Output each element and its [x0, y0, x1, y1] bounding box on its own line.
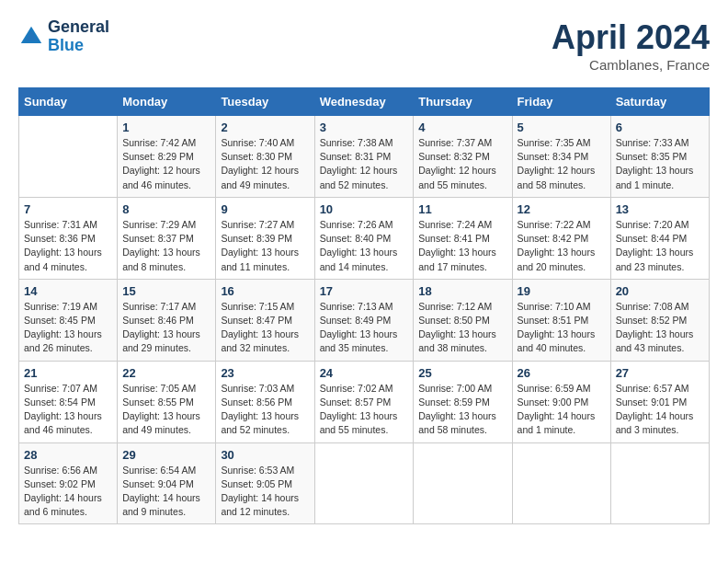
day-number: 16: [221, 284, 309, 298]
weekday-header-cell: Thursday: [414, 88, 512, 116]
day-info: Sunrise: 7:22 AM Sunset: 8:42 PM Dayligh…: [518, 218, 606, 274]
calendar-day-cell: 26Sunrise: 6:59 AM Sunset: 9:00 PM Dayli…: [512, 361, 610, 442]
calendar-day-cell: 20Sunrise: 7:08 AM Sunset: 8:52 PM Dayli…: [610, 279, 709, 361]
day-number: 30: [221, 448, 309, 462]
day-number: 18: [418, 284, 506, 298]
weekday-header-cell: Saturday: [610, 88, 709, 116]
calendar-day-cell: [314, 442, 414, 524]
day-number: 23: [221, 366, 309, 380]
day-info: Sunrise: 7:38 AM Sunset: 8:31 PM Dayligh…: [320, 136, 409, 192]
logo-icon: [18, 24, 44, 50]
day-info: Sunrise: 7:15 AM Sunset: 8:47 PM Dayligh…: [221, 300, 309, 356]
day-info: Sunrise: 6:59 AM Sunset: 9:00 PM Dayligh…: [518, 382, 606, 438]
day-number: 10: [320, 202, 409, 216]
calendar-day-cell: 13Sunrise: 7:20 AM Sunset: 8:44 PM Dayli…: [610, 197, 709, 279]
day-info: Sunrise: 7:10 AM Sunset: 8:51 PM Dayligh…: [518, 300, 606, 356]
calendar-day-cell: 19Sunrise: 7:10 AM Sunset: 8:51 PM Dayli…: [512, 279, 610, 361]
logo: General Blue: [18, 18, 109, 55]
day-number: 12: [518, 202, 606, 216]
day-number: 7: [24, 202, 112, 216]
calendar-day-cell: 27Sunrise: 6:57 AM Sunset: 9:01 PM Dayli…: [610, 361, 709, 442]
calendar-week-row: 1Sunrise: 7:42 AM Sunset: 8:29 PM Daylig…: [19, 116, 710, 198]
month-title: April 2024: [552, 18, 710, 57]
day-number: 26: [518, 366, 606, 380]
day-number: 9: [221, 202, 309, 216]
day-info: Sunrise: 7:24 AM Sunset: 8:41 PM Dayligh…: [418, 218, 506, 274]
calendar-week-row: 7Sunrise: 7:31 AM Sunset: 8:36 PM Daylig…: [19, 197, 710, 279]
day-number: 4: [418, 121, 506, 134]
day-info: Sunrise: 6:53 AM Sunset: 9:05 PM Dayligh…: [221, 464, 309, 520]
calendar-day-cell: 22Sunrise: 7:05 AM Sunset: 8:55 PM Dayli…: [118, 361, 216, 442]
day-number: 28: [24, 448, 112, 462]
day-info: Sunrise: 7:40 AM Sunset: 8:30 PM Dayligh…: [221, 136, 309, 192]
calendar-day-cell: 9Sunrise: 7:27 AM Sunset: 8:39 PM Daylig…: [216, 197, 314, 279]
day-info: Sunrise: 7:08 AM Sunset: 8:52 PM Dayligh…: [616, 300, 704, 356]
day-number: 13: [616, 202, 704, 216]
day-number: 17: [320, 284, 409, 298]
day-info: Sunrise: 7:02 AM Sunset: 8:57 PM Dayligh…: [320, 382, 409, 438]
day-number: 6: [616, 121, 704, 134]
calendar-day-cell: 10Sunrise: 7:26 AM Sunset: 8:40 PM Dayli…: [314, 197, 414, 279]
day-number: 3: [320, 121, 409, 134]
calendar-table: SundayMondayTuesdayWednesdayThursdayFrid…: [18, 87, 710, 524]
day-info: Sunrise: 7:35 AM Sunset: 8:34 PM Dayligh…: [518, 136, 606, 192]
weekday-header-cell: Tuesday: [216, 88, 314, 116]
day-number: 2: [221, 121, 309, 134]
calendar-day-cell: 28Sunrise: 6:56 AM Sunset: 9:02 PM Dayli…: [19, 442, 118, 524]
day-number: 29: [122, 448, 210, 462]
day-info: Sunrise: 7:27 AM Sunset: 8:39 PM Dayligh…: [221, 218, 309, 274]
title-block: April 2024 Camblanes, France: [552, 18, 710, 73]
day-info: Sunrise: 7:37 AM Sunset: 8:32 PM Dayligh…: [418, 136, 506, 192]
calendar-day-cell: 2Sunrise: 7:40 AM Sunset: 8:30 PM Daylig…: [216, 116, 314, 198]
day-number: 15: [122, 284, 210, 298]
calendar-day-cell: 8Sunrise: 7:29 AM Sunset: 8:37 PM Daylig…: [118, 197, 216, 279]
day-number: 22: [122, 366, 210, 380]
day-info: Sunrise: 7:07 AM Sunset: 8:54 PM Dayligh…: [24, 382, 112, 438]
calendar-week-row: 14Sunrise: 7:19 AM Sunset: 8:45 PM Dayli…: [19, 279, 710, 361]
calendar-day-cell: 25Sunrise: 7:00 AM Sunset: 8:59 PM Dayli…: [414, 361, 512, 442]
calendar-day-cell: [414, 442, 512, 524]
day-number: 21: [24, 366, 112, 380]
calendar-day-cell: 23Sunrise: 7:03 AM Sunset: 8:56 PM Dayli…: [216, 361, 314, 442]
calendar-day-cell: 3Sunrise: 7:38 AM Sunset: 8:31 PM Daylig…: [314, 116, 414, 198]
weekday-header-cell: Wednesday: [314, 88, 414, 116]
weekday-header-cell: Sunday: [19, 88, 118, 116]
day-info: Sunrise: 7:26 AM Sunset: 8:40 PM Dayligh…: [320, 218, 409, 274]
day-info: Sunrise: 7:03 AM Sunset: 8:56 PM Dayligh…: [221, 382, 309, 438]
day-number: 27: [616, 366, 704, 380]
calendar-day-cell: 14Sunrise: 7:19 AM Sunset: 8:45 PM Dayli…: [19, 279, 118, 361]
day-info: Sunrise: 6:56 AM Sunset: 9:02 PM Dayligh…: [24, 464, 112, 520]
weekday-header-cell: Friday: [512, 88, 610, 116]
day-info: Sunrise: 7:42 AM Sunset: 8:29 PM Dayligh…: [122, 136, 210, 192]
calendar-day-cell: 21Sunrise: 7:07 AM Sunset: 8:54 PM Dayli…: [19, 361, 118, 442]
page-header: General Blue April 2024 Camblanes, Franc…: [18, 18, 710, 73]
day-number: 25: [418, 366, 506, 380]
day-info: Sunrise: 7:31 AM Sunset: 8:36 PM Dayligh…: [24, 218, 112, 274]
day-number: 24: [320, 366, 409, 380]
calendar-day-cell: 6Sunrise: 7:33 AM Sunset: 8:35 PM Daylig…: [610, 116, 709, 198]
day-number: 5: [518, 121, 606, 134]
day-info: Sunrise: 7:17 AM Sunset: 8:46 PM Dayligh…: [122, 300, 210, 356]
logo-text: General Blue: [48, 18, 109, 55]
day-info: Sunrise: 7:05 AM Sunset: 8:55 PM Dayligh…: [122, 382, 210, 438]
day-number: 14: [24, 284, 112, 298]
calendar-day-cell: 11Sunrise: 7:24 AM Sunset: 8:41 PM Dayli…: [414, 197, 512, 279]
day-info: Sunrise: 7:20 AM Sunset: 8:44 PM Dayligh…: [616, 218, 704, 274]
day-number: 20: [616, 284, 704, 298]
day-number: 19: [518, 284, 606, 298]
calendar-body: 1Sunrise: 7:42 AM Sunset: 8:29 PM Daylig…: [19, 116, 710, 524]
calendar-day-cell: 4Sunrise: 7:37 AM Sunset: 8:32 PM Daylig…: [414, 116, 512, 198]
calendar-week-row: 21Sunrise: 7:07 AM Sunset: 8:54 PM Dayli…: [19, 361, 710, 442]
location-subtitle: Camblanes, France: [552, 57, 710, 73]
calendar-day-cell: 15Sunrise: 7:17 AM Sunset: 8:46 PM Dayli…: [118, 279, 216, 361]
calendar-day-cell: 12Sunrise: 7:22 AM Sunset: 8:42 PM Dayli…: [512, 197, 610, 279]
day-info: Sunrise: 6:57 AM Sunset: 9:01 PM Dayligh…: [616, 382, 704, 438]
calendar-day-cell: [610, 442, 709, 524]
day-info: Sunrise: 7:00 AM Sunset: 8:59 PM Dayligh…: [418, 382, 506, 438]
weekday-header-cell: Monday: [118, 88, 216, 116]
day-info: Sunrise: 7:13 AM Sunset: 8:49 PM Dayligh…: [320, 300, 409, 356]
day-number: 1: [122, 121, 210, 134]
day-info: Sunrise: 7:33 AM Sunset: 8:35 PM Dayligh…: [616, 136, 704, 192]
day-number: 8: [122, 202, 210, 216]
day-number: 11: [418, 202, 506, 216]
